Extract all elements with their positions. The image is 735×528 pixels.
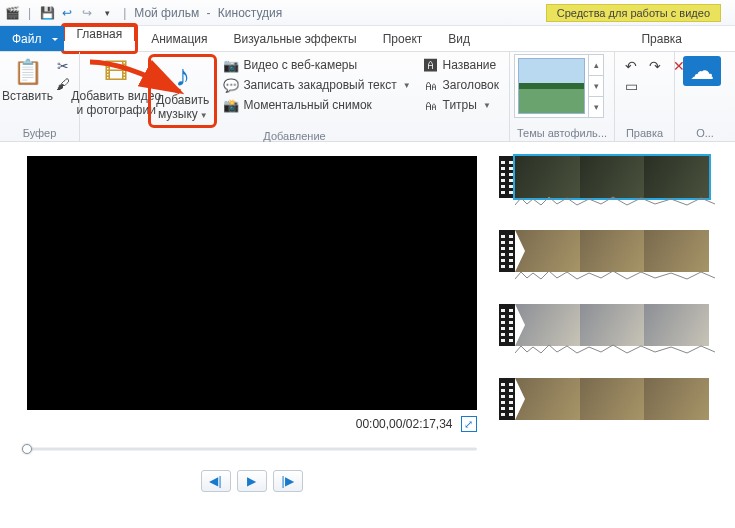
voiceover-button[interactable]: 💬Записать закадровый текст▼ [221,76,412,94]
title-icon: 🅰 [423,57,439,73]
add-media-button[interactable]: 🎞 Добавить видео и фотографии [84,54,148,120]
theme-gallery[interactable]: ▴ ▾ ▾ [514,54,604,118]
onedrive-button[interactable]: ☁ [679,54,725,88]
scrub-bar[interactable] [27,442,477,456]
add-header-button[interactable]: 🗛Заголовок [421,76,501,94]
header-icon: 🗛 [423,77,439,93]
format-painter-icon[interactable]: 🖌 [55,76,71,92]
save-icon[interactable]: 💾 [39,5,55,21]
highlight-add-music: ♪ Добавить музыку▼ [148,54,217,128]
tab-view[interactable]: Вид [435,26,483,51]
webcam-icon: 📷 [223,57,239,73]
add-music-button[interactable]: ♪ Добавить музыку▼ [152,58,213,124]
app-icon: 🎬 [4,5,20,21]
clip-4[interactable] [499,378,709,428]
scrub-thumb[interactable] [22,444,32,454]
webcam-button[interactable]: 📷Видео с веб-камеры [221,56,412,74]
tab-effects[interactable]: Визуальные эффекты [221,26,370,51]
group-label-edit: Правка [615,127,674,141]
rotate-left-icon[interactable]: ↶ [623,58,639,74]
fullscreen-icon[interactable]: ⤢ [461,416,477,432]
mic-icon: 💬 [223,77,239,93]
ribbon-group-themes: ▴ ▾ ▾ Темы автофиль... [510,52,615,141]
select-all-icon[interactable]: ▭ [623,78,639,94]
group-label-themes: Темы автофиль... [510,127,614,141]
highlight-main-tab: Главная [61,23,139,54]
ribbon: 📋 Вставить ✂ 🖌 Буфер 🎞 Добавить видео и … [0,52,735,142]
next-frame-button[interactable]: |▶ [273,470,303,492]
preview-pane: 00:00,00/02:17,34 ⤢ ◀| ▶ |▶ [0,142,495,528]
theme-gallery-controls: ▴ ▾ ▾ [588,55,603,117]
theme-up-icon[interactable]: ▴ [589,55,603,76]
quick-access-toolbar: 🎬 | 💾 ↩ ↪ ▾ | [4,5,130,21]
undo-icon[interactable]: ↩ [59,5,75,21]
clip-2[interactable] [499,230,709,280]
content-area: 00:00,00/02:17,34 ⤢ ◀| ▶ |▶ [0,142,735,528]
cut-icon[interactable]: ✂ [55,58,71,74]
storyboard[interactable] [495,142,735,528]
add-caption-button[interactable]: 🗛Титры▼ [421,96,501,114]
prev-frame-button[interactable]: ◀| [201,470,231,492]
waveform-icon [515,270,715,280]
paste-icon: 📋 [12,56,44,88]
tab-project[interactable]: Проект [370,26,436,51]
clip-1[interactable] [499,156,709,206]
add-title-button[interactable]: 🅰Название [421,56,501,74]
window-title-app: Киностудия [218,6,282,20]
caption-icon: 🗛 [423,97,439,113]
transport-controls: ◀| ▶ |▶ [201,470,303,492]
theme-more-icon[interactable]: ▾ [589,97,603,117]
ribbon-group-edit: ↶ ↷ ✕ ▭ Правка [615,52,675,141]
play-button[interactable]: ▶ [237,470,267,492]
qat-more-icon[interactable]: ▾ [99,5,115,21]
snapshot-button[interactable]: 📸Моментальный снимок [221,96,412,114]
camera-icon: 📸 [223,97,239,113]
time-row: 00:00,00/02:17,34 ⤢ [27,416,477,432]
theme-down-icon[interactable]: ▾ [589,76,603,97]
waveform-icon [515,344,715,354]
redo-icon[interactable]: ↪ [79,5,95,21]
ribbon-group-add: 🎞 Добавить видео и фотографии ♪ Добавить… [80,52,510,141]
tab-main[interactable]: Главная [64,26,136,41]
clip-3[interactable] [499,304,709,354]
ribbon-tabs: Файл Главная Анимация Визуальные эффекты… [0,26,735,52]
time-display: 00:00,00/02:17,34 [356,417,453,431]
film-icon: 🎞 [100,56,132,88]
window-title-project: Мой фильм [134,6,199,20]
video-preview[interactable] [27,156,477,410]
music-note-icon: ♪ [167,60,199,92]
tab-edit-context[interactable]: Правка [628,26,695,51]
ribbon-group-buffer: 📋 Вставить ✂ 🖌 Буфер [0,52,80,141]
waveform-icon [515,196,715,206]
tab-animation[interactable]: Анимация [138,26,220,51]
theme-thumbnail [518,58,585,114]
rotate-right-icon[interactable]: ↷ [647,58,663,74]
cloud-icon: ☁ [683,56,721,86]
paste-button[interactable]: 📋 Вставить [4,54,51,106]
ribbon-group-overflow: ☁ О... [675,52,735,141]
group-label-overflow: О... [675,127,735,141]
tab-file[interactable]: Файл [0,26,64,51]
context-tab-header: Средства для работы с видео [546,4,721,22]
group-label-buffer: Буфер [0,127,79,141]
